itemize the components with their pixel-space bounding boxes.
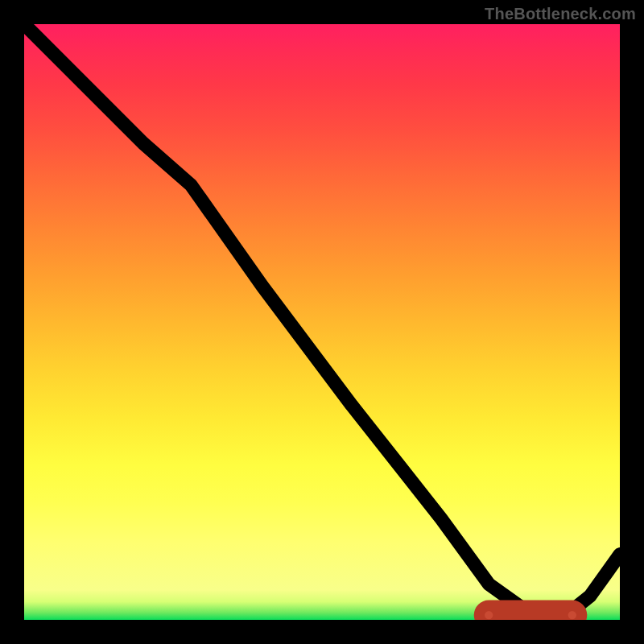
watermark-text: TheBottleneck.com (485, 5, 636, 23)
chart-svg (24, 24, 620, 620)
optimal-region-end-dot (568, 611, 576, 619)
chart-stage: TheBottleneck.com (0, 0, 644, 644)
bottleneck-curve-line (24, 24, 620, 620)
plot-area (24, 24, 620, 620)
optimal-region-start-dot (485, 611, 493, 619)
